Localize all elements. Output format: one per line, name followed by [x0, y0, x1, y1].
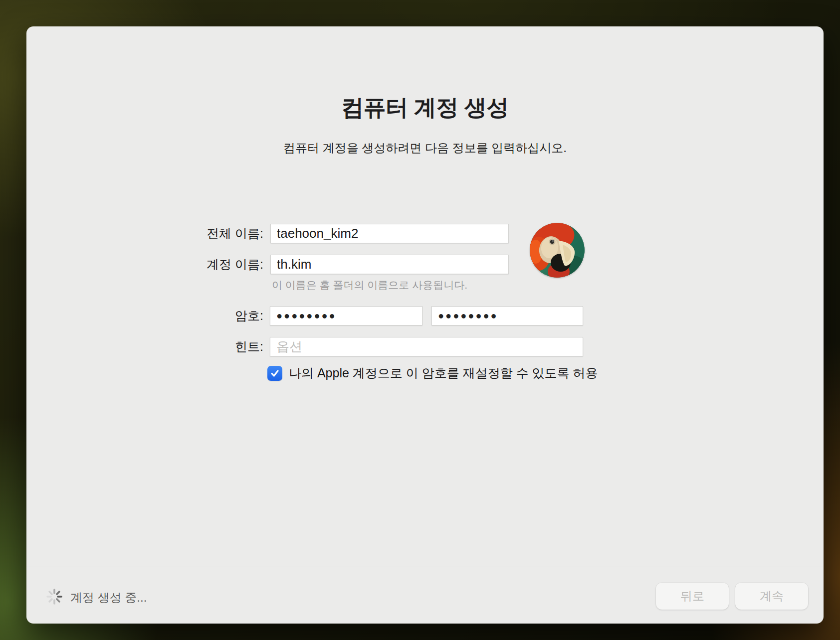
- check-icon: [270, 368, 280, 378]
- password-label: 암호:: [154, 306, 263, 325]
- hint-label: 힌트:: [154, 337, 263, 356]
- page-title: 컴퓨터 계정 생성: [26, 93, 824, 123]
- parrot-avatar-image: [530, 223, 585, 278]
- spinner-icon: [44, 587, 64, 607]
- status-text: 계정 생성 중...: [70, 590, 147, 606]
- footer-divider: [26, 567, 824, 567]
- setup-dialog: 컴퓨터 계정 생성 컴퓨터 계정을 생성하려면 다음 정보를 입력하십시오. 전…: [26, 26, 824, 624]
- account-name-label: 계정 이름:: [154, 255, 263, 274]
- continue-button[interactable]: 계속: [735, 583, 808, 610]
- apple-reset-label[interactable]: 나의 Apple 계정으로 이 암호를 재설정할 수 있도록 허용: [289, 365, 598, 381]
- apple-reset-row: 나의 Apple 계정으로 이 암호를 재설정할 수 있도록 허용: [267, 365, 598, 381]
- full-name-input[interactable]: [270, 224, 509, 243]
- back-button[interactable]: 뒤로: [656, 583, 729, 610]
- account-avatar[interactable]: [530, 223, 585, 278]
- account-name-input[interactable]: [270, 255, 509, 274]
- page-subtitle: 컴퓨터 계정을 생성하려면 다음 정보를 입력하십시오.: [26, 140, 824, 156]
- full-name-label: 전체 이름:: [154, 224, 263, 243]
- password-input[interactable]: [270, 306, 422, 325]
- password-verify-input[interactable]: [431, 306, 583, 325]
- hint-input[interactable]: [270, 337, 583, 356]
- account-name-helper: 이 이름은 홈 폴더의 이름으로 사용됩니다.: [272, 278, 467, 292]
- apple-reset-checkbox[interactable]: [267, 366, 282, 381]
